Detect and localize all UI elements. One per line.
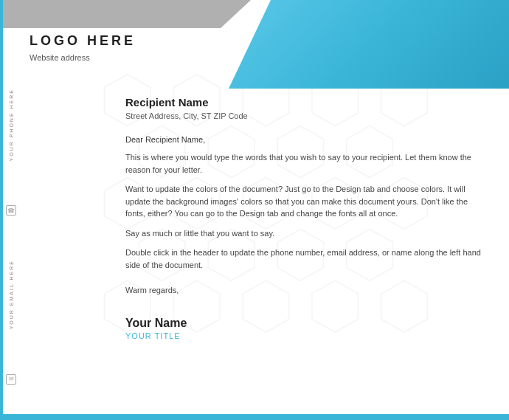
recipient-name: Recipient Name	[125, 96, 487, 109]
sender-name: Your Name	[125, 317, 487, 330]
signature-block: Warm regards, Your Name YOUR TITLE	[125, 286, 487, 340]
recipient-address: Street Address, City, ST ZIP Code	[125, 111, 487, 120]
left-side-content: YOUR PHONE HERE ☎ YOUR EMAIL HERE ✉	[6, 89, 16, 385]
body-paragraph-3: Say as much or little that you want to s…	[125, 227, 487, 240]
letter-page: YOUR PHONE HERE ☎ YOUR EMAIL HERE ✉	[0, 0, 509, 420]
phone-label: YOUR PHONE HERE	[9, 89, 14, 161]
logo-text: LOGO HERE	[30, 33, 136, 49]
body-paragraph-2: Want to update the colors of the documen…	[125, 183, 487, 220]
main-content: Recipient Name Street Address, City, ST …	[125, 96, 487, 405]
top-gray-decoration	[0, 0, 251, 28]
sender-title: YOUR TITLE	[125, 331, 487, 340]
top-blue-decoration	[229, 0, 509, 89]
body-paragraph-4: Double click in the header to update the…	[125, 247, 487, 271]
phone-icon: ☎	[6, 205, 16, 216]
website-address: Website address	[30, 53, 136, 62]
email-label: YOUR EMAIL HERE	[9, 260, 14, 329]
left-accent-bar	[0, 0, 3, 420]
email-icon: ✉	[6, 374, 16, 385]
closing-text: Warm regards,	[125, 286, 487, 295]
body-paragraph-1: This is where you would type the words t…	[125, 151, 487, 176]
bottom-accent-bar	[0, 414, 509, 420]
salutation: Dear Recipient Name,	[125, 135, 487, 144]
letter-header: LOGO HERE Website address	[30, 33, 136, 62]
